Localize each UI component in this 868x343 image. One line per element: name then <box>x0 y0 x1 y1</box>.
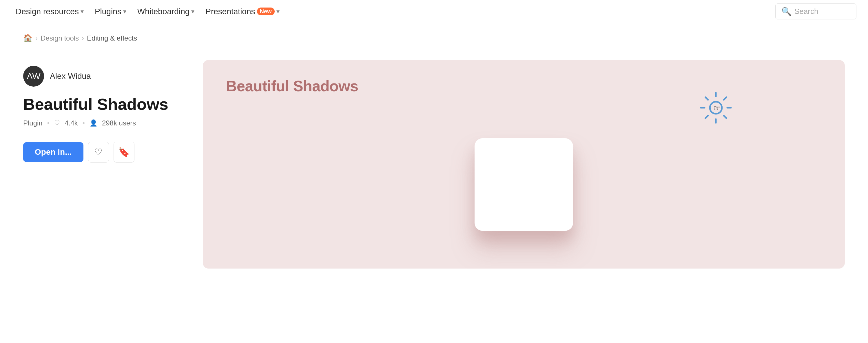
nav-label-design-resources: Design resources <box>16 7 79 16</box>
plugin-actions: Open in... ♡ 🔖 <box>23 142 185 162</box>
shadow-demo-card <box>474 138 573 231</box>
top-nav: Design resources ▾ Plugins ▾ Whiteboardi… <box>0 0 868 23</box>
plugin-info-panel: AW Alex Widua Beautiful Shadows Plugin •… <box>23 60 185 162</box>
chevron-down-icon: ▾ <box>123 8 126 15</box>
avatar-initials: AW <box>27 71 40 81</box>
svg-line-4 <box>706 97 708 100</box>
breadcrumb-sep-2: › <box>82 34 84 42</box>
meta-sep-1: • <box>47 119 50 127</box>
chevron-down-icon: ▾ <box>191 8 194 15</box>
search-box[interactable]: 🔍 Search <box>775 3 857 20</box>
main-content: AW Alex Widua Beautiful Shadows Plugin •… <box>0 49 868 280</box>
heart-icon: ♡ <box>94 147 102 158</box>
sun-cursor-icon: ☞ <box>697 89 735 127</box>
users-icon: 👤 <box>90 119 97 127</box>
author-row: AW Alex Widua <box>23 66 185 87</box>
nav-plugins[interactable]: Plugins ▾ <box>91 5 130 19</box>
chevron-down-icon: ▾ <box>276 8 280 15</box>
breadcrumb-sep-1: › <box>35 34 38 42</box>
like-button[interactable]: ♡ <box>88 142 109 162</box>
nav-label-whiteboarding: Whiteboarding <box>137 7 190 16</box>
plugin-likes: 4.4k <box>65 119 78 127</box>
plugin-meta: Plugin • ♡ 4.4k • 👤 298k users <box>23 119 185 127</box>
bookmark-button[interactable]: 🔖 <box>114 142 134 162</box>
nav-presentations[interactable]: Presentations New ▾ <box>202 5 283 19</box>
search-label: Search <box>795 7 818 16</box>
nav-items: Design resources ▾ Plugins ▾ Whiteboardi… <box>11 5 775 19</box>
hero-image-card: Beautiful Shadows ☞ <box>203 60 845 269</box>
svg-line-6 <box>724 97 726 100</box>
author-name: Alex Widua <box>50 71 91 81</box>
heart-icon: ♡ <box>54 119 60 127</box>
svg-line-5 <box>724 116 726 118</box>
nav-label-plugins: Plugins <box>95 7 121 16</box>
bookmark-icon: 🔖 <box>118 147 130 158</box>
hero-plugin-title: Beautiful Shadows <box>226 77 359 95</box>
plugin-type: Plugin <box>23 119 42 127</box>
breadcrumb-design-tools[interactable]: Design tools <box>40 34 79 42</box>
svg-line-7 <box>706 116 708 118</box>
home-icon[interactable]: 🏠 <box>23 34 32 42</box>
plugin-title: Beautiful Shadows <box>23 95 185 113</box>
nav-design-resources[interactable]: Design resources ▾ <box>11 5 88 19</box>
breadcrumb-current: Editing & effects <box>87 34 137 42</box>
nav-whiteboarding[interactable]: Whiteboarding ▾ <box>133 5 199 19</box>
new-badge: New <box>257 7 275 15</box>
chevron-down-icon: ▾ <box>81 8 84 15</box>
nav-label-presentations: Presentations <box>206 7 255 16</box>
search-icon: 🔍 <box>781 7 792 16</box>
avatar: AW <box>23 66 44 87</box>
meta-sep-2: • <box>83 119 85 127</box>
breadcrumb: 🏠 › Design tools › Editing & effects <box>0 23 868 49</box>
open-in-button[interactable]: Open in... <box>23 142 84 162</box>
plugin-users: 298k users <box>102 119 136 127</box>
svg-text:☞: ☞ <box>714 104 720 113</box>
